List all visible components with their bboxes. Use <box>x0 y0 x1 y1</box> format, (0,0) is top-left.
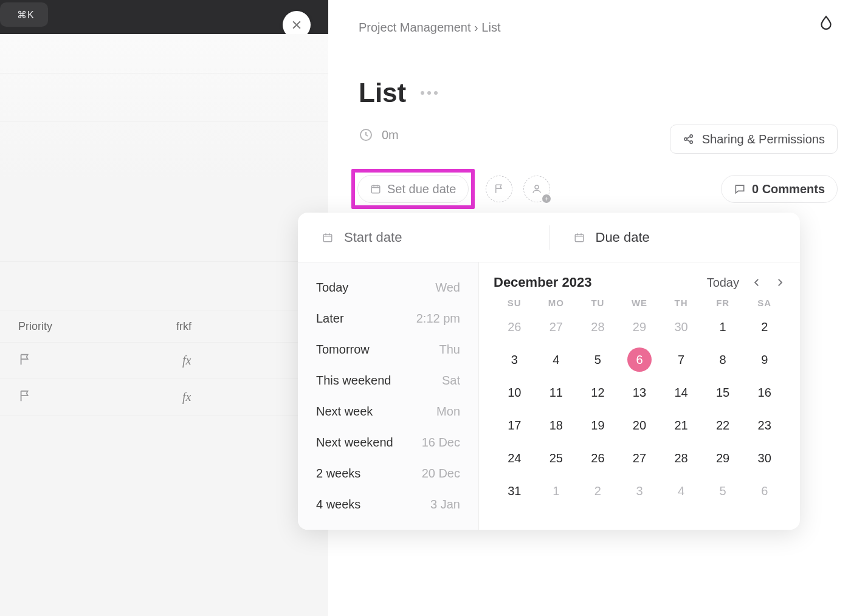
breadcrumb-root[interactable]: Project Management <box>359 21 471 34</box>
command-k-button[interactable]: ⌘K <box>0 2 48 27</box>
date-shortcut[interactable]: 4 weeks3 Jan <box>298 489 478 520</box>
breadcrumb: Project Management › List <box>359 21 500 35</box>
calendar-day[interactable]: 27 <box>619 445 661 471</box>
calendar-day[interactable]: 13 <box>619 380 661 405</box>
calendar-day[interactable]: 8 <box>702 347 744 372</box>
chat-icon <box>734 183 746 195</box>
calendar-day[interactable]: 12 <box>577 380 619 405</box>
close-icon <box>291 19 303 31</box>
table-header: Priority frkf <box>0 310 328 343</box>
flag-icon <box>494 183 505 194</box>
drop-icon[interactable] <box>818 15 834 33</box>
calendar-day[interactable]: 6 <box>619 347 661 372</box>
col-frkf[interactable]: frkf <box>176 320 191 333</box>
svg-rect-7 <box>575 234 584 241</box>
calendar-day[interactable]: 5 <box>577 347 619 372</box>
svg-rect-4 <box>371 186 380 193</box>
date-shortcut[interactable]: 2 weeks20 Dec <box>298 458 478 489</box>
calendar: December 2023 Today SUMOTUWETHFRSA 26272… <box>479 262 800 530</box>
time-estimate[interactable]: 0m <box>359 128 399 142</box>
detail-panel: Project Management › List List 0m Sharin… <box>328 0 851 616</box>
calendar-day[interactable]: 5 <box>702 478 744 504</box>
calendar-icon <box>322 232 333 243</box>
table-row[interactable]: fx <box>0 379 328 416</box>
calendar-day[interactable]: 26 <box>494 314 536 340</box>
day-of-week-header: SUMOTUWETHFRSA <box>494 298 785 308</box>
calendar-day[interactable]: 4 <box>536 347 577 372</box>
calendar-day[interactable]: 29 <box>702 445 744 471</box>
calendar-day[interactable]: 3 <box>619 478 661 504</box>
calendar-day[interactable]: 1 <box>536 478 577 504</box>
add-flag-button[interactable] <box>486 176 512 202</box>
chevron-left-icon[interactable] <box>751 277 762 288</box>
more-icon[interactable] <box>421 91 438 95</box>
calendar-day[interactable]: 30 <box>660 314 702 340</box>
due-date-input[interactable]: Due date <box>550 230 801 245</box>
calendar-day[interactable]: 15 <box>702 380 744 405</box>
calendar-day[interactable]: 26 <box>577 445 619 471</box>
today-button[interactable]: Today <box>707 276 739 290</box>
formula-icon[interactable]: fx <box>182 354 191 368</box>
date-shortcut[interactable]: Later2:12 pm <box>298 303 478 334</box>
calendar-day[interactable]: 20 <box>619 412 661 438</box>
calendar-day[interactable]: 30 <box>743 445 785 471</box>
sharing-button[interactable]: Sharing & Permissions <box>670 125 838 154</box>
topbar: ⌘K <box>0 0 328 34</box>
calendar-day[interactable]: 29 <box>619 314 661 340</box>
calendar-icon <box>574 232 585 243</box>
calendar-day[interactable]: 25 <box>536 445 577 471</box>
calendar-day[interactable]: 4 <box>660 478 702 504</box>
calendar-day[interactable]: 31 <box>494 478 536 504</box>
date-shortcut[interactable]: TodayWed <box>298 272 478 303</box>
page-title[interactable]: List <box>359 78 406 108</box>
calendar-day[interactable]: 21 <box>660 412 702 438</box>
formula-icon[interactable]: fx <box>182 390 191 404</box>
calendar-grid: 2627282930123456789101112131415161718192… <box>494 314 785 504</box>
date-shortcuts: TodayWedLater2:12 pmTomorrowThuThis week… <box>298 262 479 530</box>
calendar-day[interactable]: 27 <box>536 314 577 340</box>
calendar-day[interactable]: 1 <box>702 314 744 340</box>
date-shortcut[interactable]: TomorrowThu <box>298 334 478 365</box>
person-icon <box>531 183 542 194</box>
set-due-date-button[interactable]: Set due date <box>357 175 469 203</box>
calendar-day[interactable]: 3 <box>494 347 536 372</box>
calendar-day[interactable]: 11 <box>536 380 577 405</box>
calendar-day[interactable]: 7 <box>660 347 702 372</box>
calendar-day[interactable]: 16 <box>743 380 785 405</box>
calendar-day[interactable]: 28 <box>577 314 619 340</box>
calendar-day[interactable]: 17 <box>494 412 536 438</box>
svg-rect-6 <box>323 234 332 241</box>
share-icon <box>683 133 695 145</box>
flag-icon[interactable] <box>18 353 182 369</box>
calendar-day[interactable]: 28 <box>660 445 702 471</box>
flag-icon[interactable] <box>18 389 182 405</box>
calendar-day[interactable]: 22 <box>702 412 744 438</box>
breadcrumb-page[interactable]: List <box>481 21 500 34</box>
calendar-icon <box>370 183 381 194</box>
plus-icon: + <box>542 194 551 203</box>
date-shortcut[interactable]: Next weekMon <box>298 396 478 427</box>
table-row[interactable]: fx <box>0 343 328 379</box>
calendar-day[interactable]: 23 <box>743 412 785 438</box>
clock-icon <box>359 128 373 142</box>
comments-button[interactable]: 0 Comments <box>721 175 838 203</box>
calendar-day[interactable]: 2 <box>577 478 619 504</box>
calendar-day[interactable]: 10 <box>494 380 536 405</box>
chevron-right-icon[interactable] <box>774 277 785 288</box>
svg-point-5 <box>535 185 539 189</box>
col-priority[interactable]: Priority <box>18 320 176 333</box>
calendar-day[interactable]: 24 <box>494 445 536 471</box>
calendar-day[interactable]: 18 <box>536 412 577 438</box>
date-shortcut[interactable]: This weekendSat <box>298 365 478 396</box>
date-shortcut[interactable]: Next weekend16 Dec <box>298 427 478 458</box>
calendar-day[interactable]: 19 <box>577 412 619 438</box>
calendar-day[interactable]: 6 <box>743 478 785 504</box>
calendar-day[interactable]: 2 <box>743 314 785 340</box>
add-assignee-button[interactable]: + <box>523 176 550 202</box>
start-date-input[interactable]: Start date <box>298 230 549 245</box>
highlight-box: Set due date <box>351 169 475 209</box>
calendar-month[interactable]: December 2023 <box>494 275 591 290</box>
calendar-day[interactable]: 14 <box>660 380 702 405</box>
date-picker: Start date Due date TodayWedLater2:12 pm… <box>298 213 800 530</box>
calendar-day[interactable]: 9 <box>743 347 785 372</box>
